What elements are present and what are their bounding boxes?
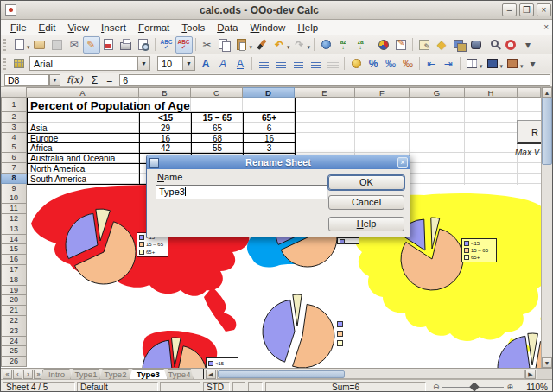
insert-chart-icon[interactable] xyxy=(375,36,392,54)
vertical-scrollbar-thumb[interactable] xyxy=(542,98,552,165)
row-header-8[interactable]: 8 xyxy=(1,174,27,184)
zoom-icon[interactable] xyxy=(485,36,502,54)
chevron-down-icon[interactable]: ▼ xyxy=(137,57,149,70)
ok-button[interactable]: OK xyxy=(328,175,404,190)
column-header-h[interactable]: H xyxy=(465,87,518,98)
row-header-6[interactable]: 6 xyxy=(1,153,27,163)
cell-name-row5[interactable]: Africa xyxy=(27,142,139,153)
gallery-icon[interactable] xyxy=(450,36,467,54)
show-draw-functions-icon[interactable] xyxy=(392,36,410,54)
scroll-up-icon[interactable]: ▲ xyxy=(542,87,552,98)
column-header-a[interactable]: A xyxy=(27,87,139,98)
add-decimal-icon[interactable]: ‰ xyxy=(382,55,399,73)
row-header-10[interactable]: 10 xyxy=(1,193,27,204)
row-header-7[interactable]: 7 xyxy=(1,163,27,174)
row-header-19[interactable]: 19 xyxy=(1,286,27,296)
menu-edit[interactable]: Edit xyxy=(33,22,62,34)
row-header-17[interactable]: 17 xyxy=(1,265,27,275)
copy-icon[interactable] xyxy=(216,36,233,54)
edit-file-icon[interactable]: ✎ xyxy=(83,36,100,54)
row-header-23[interactable]: 23 xyxy=(1,326,27,337)
column-header-c[interactable]: C xyxy=(191,87,243,98)
menu-file[interactable]: File xyxy=(4,22,33,34)
document-as-email-icon[interactable]: ✉ xyxy=(66,36,83,54)
row-header-5[interactable]: 5 xyxy=(1,142,27,153)
underline-icon[interactable]: A xyxy=(232,55,249,73)
horizontal-scrollbar[interactable] xyxy=(217,370,525,379)
row-header-2[interactable]: 2 xyxy=(1,112,27,123)
open-icon[interactable] xyxy=(31,36,48,54)
vertical-scrollbar[interactable]: ▲ ▼ xyxy=(541,87,552,368)
row-header-20[interactable]: 20 xyxy=(1,295,27,306)
maximize-button[interactable]: ❒ xyxy=(519,3,534,16)
cell-a2[interactable] xyxy=(27,112,139,123)
sheet-name-input[interactable]: Type3 xyxy=(156,185,328,199)
title-bar[interactable]: calc.ods - OOo-dev Calc – ❒ × xyxy=(1,1,553,20)
menu-window[interactable]: Window xyxy=(245,22,292,34)
cell-name-row7[interactable]: North America xyxy=(27,163,139,174)
zoom-slider[interactable]: ⊖ ⊕ xyxy=(429,382,517,392)
cancel-button[interactable]: Cancel xyxy=(328,195,404,210)
row-header-25[interactable]: 25 xyxy=(1,346,27,357)
delete-decimal-icon[interactable]: ‰ xyxy=(399,55,416,73)
menu-data[interactable]: Data xyxy=(211,22,244,34)
menu-format[interactable]: Format xyxy=(132,22,175,34)
clone-formatting-icon[interactable] xyxy=(253,36,270,54)
cell-name-row3[interactable]: Asia xyxy=(27,123,139,133)
column-header-e[interactable]: E xyxy=(295,87,355,98)
row-header-4[interactable]: 4 xyxy=(1,133,27,143)
export-pdf-icon[interactable] xyxy=(100,36,118,54)
row-header-11[interactable]: 11 xyxy=(1,204,27,214)
menu-insert[interactable]: Insert xyxy=(95,22,132,34)
row-header-22[interactable]: 22 xyxy=(1,316,27,326)
zoom-slider-track[interactable] xyxy=(442,387,505,388)
function-wizard-icon[interactable]: f(x) xyxy=(67,74,83,85)
close-button[interactable]: × xyxy=(537,3,551,16)
chevron-down-icon[interactable]: ▼ xyxy=(49,74,60,86)
zoom-out-icon[interactable]: ⊖ xyxy=(433,383,440,391)
cell-value-r4c1[interactable]: 16 xyxy=(139,133,191,143)
increase-indent-icon[interactable]: ⇥ xyxy=(440,55,457,73)
row-header-14[interactable]: 14 xyxy=(1,235,27,245)
row-header-15[interactable]: 15 xyxy=(1,244,27,255)
cell-a1-title[interactable]: Percent of Population of Age xyxy=(27,98,295,112)
hyperlink-icon[interactable] xyxy=(317,36,334,54)
menu-view[interactable]: View xyxy=(61,22,95,34)
spellcheck-icon[interactable]: ABC✓ xyxy=(158,36,175,54)
cut-icon[interactable]: ✂ xyxy=(199,36,216,54)
toolbar-grip[interactable] xyxy=(3,58,6,70)
row-header-3[interactable]: 3 xyxy=(1,123,27,133)
align-center-icon[interactable] xyxy=(272,55,289,73)
zoom-slider-thumb[interactable] xyxy=(469,382,479,391)
h-scroll-right-icon[interactable]: ▶ xyxy=(525,370,536,379)
align-justify-icon[interactable] xyxy=(307,55,324,73)
sum-field[interactable]: Sum=6 xyxy=(265,382,426,392)
column-header-partial[interactable] xyxy=(518,87,541,98)
chart-legend-africa[interactable] xyxy=(337,321,345,347)
page-preview-icon[interactable] xyxy=(135,36,152,54)
selection-mode-field[interactable]: STD xyxy=(203,382,230,392)
bold-icon[interactable]: A xyxy=(197,55,214,73)
chart-legend-asia[interactable]: <1515 – 6565+ xyxy=(461,238,497,262)
cell-value-r3c2[interactable]: 65 xyxy=(191,123,243,133)
row-header-13[interactable]: 13 xyxy=(1,224,27,235)
sheet-tab-type3[interactable]: Type3 xyxy=(129,369,168,379)
font-size-combobox[interactable]: 10 ▼ xyxy=(157,56,195,71)
help-icon[interactable] xyxy=(502,36,519,54)
column-header-d[interactable]: D xyxy=(243,87,295,98)
chart-legend-europe[interactable] xyxy=(337,237,359,244)
redo-icon[interactable]: ↷ xyxy=(291,36,308,54)
help-button[interactable]: Help xyxy=(328,217,404,231)
column-header-g[interactable]: G xyxy=(410,87,465,98)
select-all-corner[interactable] xyxy=(1,87,27,98)
chevron-down-icon[interactable]: ▼ xyxy=(182,57,194,70)
cell-value-r3c3[interactable]: 6 xyxy=(243,123,295,133)
toolbar-more-icon[interactable]: ▾ xyxy=(524,55,542,73)
previous-sheet-icon[interactable]: ‹ xyxy=(13,370,22,379)
row-header-24[interactable]: 24 xyxy=(1,337,27,347)
row-header-21[interactable]: 21 xyxy=(1,306,27,316)
minimize-button[interactable]: – xyxy=(502,3,517,16)
horizontal-scrollbar-thumb[interactable] xyxy=(218,370,345,378)
cell-value-r5c1[interactable]: 42 xyxy=(139,142,191,153)
formula-input-line[interactable]: 6 xyxy=(119,74,550,86)
